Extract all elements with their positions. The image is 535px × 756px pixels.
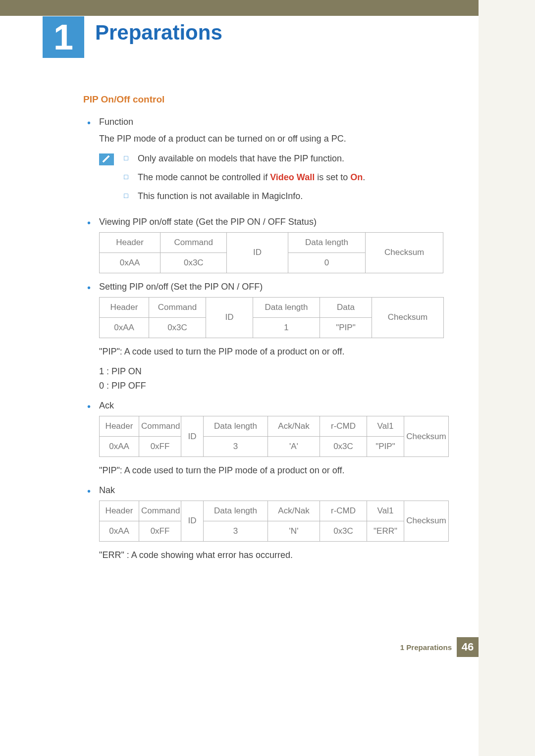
t3-v-val1: "PIP" — [367, 437, 404, 457]
t1-h-header: Header — [100, 232, 160, 252]
pip-on: 1 : PIP ON — [99, 365, 452, 379]
function-desc: The PIP mode of a product can be turned … — [99, 132, 452, 146]
ack-desc: "PIP": A code used to turn the PIP mode … — [99, 464, 452, 478]
t2-v-datalen: 1 — [253, 317, 320, 338]
t3-v-header: 0xAA — [100, 437, 139, 457]
function-label: Function — [99, 117, 133, 127]
t3-v-acknak: 'A' — [268, 437, 320, 457]
table-set: Header Command ID Data length Data Check… — [99, 297, 444, 338]
t1-h-datalen: Data length — [288, 232, 366, 252]
t3-h-rcmd: r-CMD — [320, 416, 367, 437]
t4-v-command: 0xFF — [139, 521, 181, 542]
nak-label: Nak — [99, 485, 115, 495]
table-get-status: Header Command ID Data length Checksum 0… — [99, 232, 443, 273]
ack-item: Ack — [83, 399, 452, 413]
viewing-label: Viewing PIP on/off state (Get the PIP ON… — [99, 217, 317, 227]
setting-item: Setting PIP on/off (Set the PIP ON / OFF… — [83, 280, 452, 294]
chapter-title: Preparations — [95, 21, 222, 45]
t2-h-header: Header — [100, 297, 149, 317]
footer-page: 46 — [457, 637, 479, 657]
table-nak: Header Command ID Data length Ack/Nak r-… — [99, 501, 449, 542]
t4-h-header: Header — [100, 501, 139, 521]
t2-h-command: Command — [149, 297, 206, 317]
note-icon — [99, 153, 114, 165]
note-3: This function is not available in MagicI… — [123, 190, 365, 203]
t2-v-header: 0xAA — [100, 317, 149, 338]
t1-v-command: 0x3C — [160, 252, 227, 273]
t3-h-checksum: Checksum — [404, 416, 449, 457]
t3-v-command: 0xFF — [139, 437, 181, 457]
t4-h-acknak: Ack/Nak — [268, 501, 320, 521]
t2-v-command: 0x3C — [149, 317, 206, 338]
t4-h-checksum: Checksum — [404, 501, 449, 542]
t3-h-datalen: Data length — [204, 416, 268, 437]
note-list: Only available on models that have the P… — [123, 152, 365, 208]
ack-label: Ack — [99, 401, 114, 410]
t3-v-datalen: 3 — [204, 437, 268, 457]
content-area: PIP On/Off control Function The PIP mode… — [83, 92, 452, 568]
t3-h-id: ID — [181, 416, 204, 457]
t1-v-header: 0xAA — [100, 252, 160, 273]
t2-h-datalen: Data length — [253, 297, 320, 317]
pip-off: 0 : PIP OFF — [99, 379, 452, 393]
nak-item: Nak — [83, 484, 452, 498]
on-label: On — [350, 172, 363, 182]
header-bar — [0, 0, 479, 16]
footer: 1 Preparations 46 — [400, 637, 479, 657]
t4-h-val1: Val1 — [367, 501, 404, 521]
t4-h-id: ID — [181, 501, 204, 542]
t4-v-rcmd: 0x3C — [320, 521, 367, 542]
t4-v-acknak: 'N' — [268, 521, 320, 542]
note-1: Only available on models that have the P… — [123, 152, 365, 166]
t3-h-header: Header — [100, 416, 139, 437]
t3-v-rcmd: 0x3C — [320, 437, 367, 457]
chapter-number-box: 1 — [43, 16, 84, 58]
t4-h-datalen: Data length — [204, 501, 268, 521]
footer-label: 1 Preparations — [400, 643, 452, 652]
function-item: Function — [83, 115, 452, 129]
pip-desc-1: "PIP": A code used to turn the PIP mode … — [99, 345, 452, 359]
section-heading: PIP On/Off control — [83, 92, 452, 106]
table-ack: Header Command ID Data length Ack/Nak r-… — [99, 416, 449, 457]
t2-h-checksum: Checksum — [372, 297, 444, 338]
t1-h-command: Command — [160, 232, 227, 252]
t4-v-val1: "ERR" — [367, 521, 404, 542]
note-2: The mode cannot be controlled if Video W… — [123, 171, 365, 185]
viewing-item: Viewing PIP on/off state (Get the PIP ON… — [83, 215, 452, 229]
t1-h-checksum: Checksum — [366, 232, 443, 273]
chapter-number: 1 — [54, 17, 73, 57]
t4-v-header: 0xAA — [100, 521, 139, 542]
t2-v-data: "PIP" — [320, 317, 372, 338]
t1-h-id: ID — [227, 232, 288, 273]
t3-h-val1: Val1 — [367, 416, 404, 437]
t3-h-command: Command — [139, 416, 181, 437]
video-wall-label: Video Wall — [270, 172, 315, 182]
t4-h-command: Command — [139, 501, 181, 521]
t3-h-acknak: Ack/Nak — [268, 416, 320, 437]
t1-v-datalen: 0 — [288, 252, 366, 273]
err-desc: "ERR" : A code showing what error has oc… — [99, 549, 452, 562]
note-box: Only available on models that have the P… — [99, 152, 452, 208]
t2-h-data: Data — [320, 297, 372, 317]
t4-v-datalen: 3 — [204, 521, 268, 542]
t2-h-id: ID — [206, 297, 253, 338]
right-margin — [479, 0, 535, 756]
t4-h-rcmd: r-CMD — [320, 501, 367, 521]
setting-label: Setting PIP on/off (Set the PIP ON / OFF… — [99, 282, 263, 292]
